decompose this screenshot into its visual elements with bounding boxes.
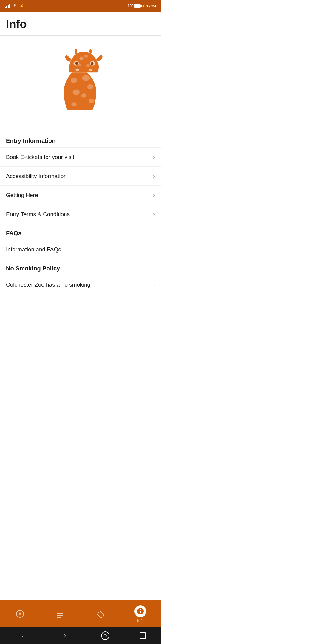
svg-point-8	[79, 57, 84, 60]
chevron-icon: ›	[153, 192, 155, 199]
battery-icon: 100 ⚡	[128, 4, 145, 8]
svg-point-6	[91, 62, 93, 65]
svg-point-10	[78, 64, 81, 66]
section-entry-information: Entry Information Book E-tickets for you…	[0, 131, 161, 224]
svg-point-4	[77, 63, 78, 64]
chevron-icon: ›	[153, 154, 155, 160]
status-bar: ⚡ 100 ⚡ 17:24	[0, 0, 161, 12]
list-item-no-smoking-text[interactable]: Colchester Zoo has a no smoking ›	[0, 275, 161, 294]
svg-point-7	[91, 63, 92, 64]
svg-point-1	[89, 69, 92, 71]
giraffe-logo	[48, 48, 113, 119]
svg-point-17	[89, 99, 94, 103]
svg-point-14	[87, 84, 94, 89]
list-item-accessibility[interactable]: Accessibility Information ›	[0, 166, 161, 185]
status-right: 100 ⚡ 17:24	[128, 4, 156, 8]
svg-point-9	[84, 55, 88, 58]
wifi-icon	[12, 4, 17, 8]
page-header: Info	[0, 12, 161, 36]
svg-point-12	[71, 78, 77, 83]
svg-point-11	[86, 64, 90, 67]
usb-icon: ⚡	[19, 4, 24, 8]
svg-point-0	[75, 69, 79, 71]
svg-point-15	[73, 90, 80, 95]
chevron-icon: ›	[153, 173, 155, 179]
section-heading-faqs: FAQs	[0, 224, 161, 240]
section-heading-no-smoking: No Smoking Policy	[0, 259, 161, 275]
svg-point-3	[75, 62, 78, 65]
signal-icon	[5, 4, 10, 8]
page-title: Info	[6, 18, 155, 31]
section-no-smoking: No Smoking Policy Colchester Zoo has a n…	[0, 259, 161, 294]
status-left: ⚡	[5, 4, 24, 8]
list-item-book-etickets[interactable]: Book E-tickets for your visit ›	[0, 147, 161, 166]
list-item-entry-terms[interactable]: Entry Terms & Conditions ›	[0, 205, 161, 224]
list-item-getting-here[interactable]: Getting Here ›	[0, 185, 161, 205]
logo-area	[0, 36, 161, 131]
chevron-icon: ›	[153, 246, 155, 253]
list-item-info-faqs[interactable]: Information and FAQs ›	[0, 240, 161, 259]
svg-point-18	[71, 102, 77, 106]
section-heading-entry-information: Entry Information	[0, 131, 161, 147]
chevron-icon: ›	[153, 281, 155, 288]
svg-point-13	[82, 75, 90, 81]
section-faqs: FAQs Information and FAQs ›	[0, 224, 161, 259]
svg-point-16	[81, 93, 86, 98]
clock: 17:24	[146, 4, 156, 8]
chevron-icon: ›	[153, 211, 155, 218]
